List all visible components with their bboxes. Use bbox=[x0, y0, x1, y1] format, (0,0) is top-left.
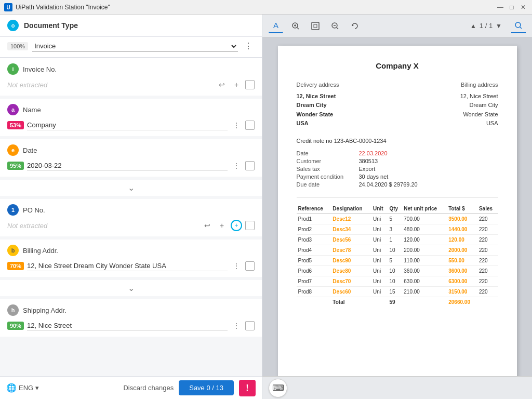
menu-button-name[interactable]: ⋮ bbox=[231, 119, 242, 131]
cell-4-6: 220 bbox=[477, 255, 498, 265]
th-unit: Unit bbox=[371, 204, 388, 214]
cell-3-4: 200.00 bbox=[402, 245, 447, 255]
field-label-po-no: PO No. bbox=[23, 206, 45, 214]
cell-5-4: 360.00 bbox=[402, 265, 447, 276]
checkbox-invoice-no[interactable] bbox=[245, 80, 255, 89]
detail-label-salestax: Sales tax bbox=[297, 166, 359, 172]
field-section-billing-addr: b Billing Addr. 70% ⋮ bbox=[0, 240, 262, 277]
cell-2-6: 220 bbox=[477, 234, 498, 245]
svg-point-11 bbox=[515, 22, 521, 28]
cell-0-5: 3500.00 bbox=[447, 214, 477, 224]
table-row: Prod8Desc60Uni15210.003150.00220 bbox=[297, 286, 498, 297]
undo-button-invoice-no[interactable]: ↩ bbox=[216, 79, 228, 90]
chevron-button-date[interactable]: ⌄ bbox=[128, 183, 135, 193]
cell-5-1: Desc80 bbox=[331, 265, 371, 276]
cell-3-1: Desc78 bbox=[331, 245, 371, 255]
page-next-button[interactable]: ▼ bbox=[496, 22, 502, 30]
chevron-row-date: ⌄ bbox=[0, 180, 262, 196]
cell-1-4: 480.00 bbox=[402, 224, 447, 234]
field-actions-billing-addr: ⋮ bbox=[231, 260, 255, 272]
doc-type-select-row: 100% Invoice ⋮ bbox=[0, 37, 262, 58]
checkbox-po-no[interactable] bbox=[245, 221, 255, 230]
window-title: UiPath Validation Station "Invoice" bbox=[16, 4, 110, 11]
zoom-in-icon bbox=[291, 22, 300, 30]
menu-button-shipping-addr[interactable]: ⋮ bbox=[231, 320, 242, 331]
checkbox-billing-addr[interactable] bbox=[245, 261, 255, 271]
cell-6-1: Desc70 bbox=[331, 276, 371, 286]
cell-5-3: 10 bbox=[388, 265, 402, 276]
doc-viewer[interactable]: Company X Delivery address 12, Nice Stre… bbox=[262, 37, 532, 376]
field-icon-shipping-addr: h bbox=[7, 304, 19, 316]
cell-4-3: 5 bbox=[388, 255, 402, 265]
detail-row-salestax: Sales tax Export bbox=[297, 166, 498, 172]
cell-3-2: Uni bbox=[371, 245, 388, 255]
menu-button-date[interactable]: ⋮ bbox=[231, 160, 242, 171]
save-button[interactable]: Save 0 / 13 bbox=[179, 380, 234, 395]
rotate-button[interactable] bbox=[348, 19, 362, 33]
field-icon-po-no: 1 bbox=[7, 204, 19, 216]
confidence-badge-shipping-addr: 90% bbox=[7, 322, 24, 330]
svg-text:U: U bbox=[6, 5, 10, 10]
keyboard-button[interactable]: ⌨ bbox=[269, 379, 287, 397]
doc-type-header: o Document Type bbox=[0, 15, 262, 37]
discard-button[interactable]: Discard changes bbox=[123, 384, 174, 392]
fit-button[interactable] bbox=[308, 19, 323, 33]
checkbox-date[interactable] bbox=[245, 161, 255, 170]
exclamation-button[interactable]: ! bbox=[239, 380, 256, 396]
field-section-invoice-no: i Invoice No. Not extracted ↩ + bbox=[0, 58, 262, 96]
cell-5-6: 220 bbox=[477, 265, 498, 276]
zoom-out-button[interactable] bbox=[328, 19, 342, 33]
detail-value-customer: 380513 bbox=[359, 158, 378, 164]
page-prev-button[interactable]: ▲ bbox=[470, 22, 476, 30]
field-input-billing-addr[interactable] bbox=[27, 261, 228, 271]
chevron-button-billing-addr[interactable]: ⌄ bbox=[128, 283, 135, 293]
detail-label-duedate: Due date bbox=[297, 181, 359, 188]
search-button[interactable] bbox=[511, 19, 526, 33]
cell-4-2: Uni bbox=[371, 255, 388, 265]
field-actions-date: ⋮ bbox=[231, 160, 255, 171]
field-label-date: Date bbox=[23, 147, 37, 154]
field-input-date[interactable] bbox=[27, 161, 228, 171]
checkbox-shipping-addr[interactable] bbox=[245, 321, 255, 330]
title-bar: U UiPath Validation Station "Invoice" — … bbox=[0, 0, 532, 15]
cell-4-5: 550.00 bbox=[447, 255, 477, 265]
lang-chevron-icon: ▾ bbox=[35, 384, 39, 392]
cell-4-4: 110.00 bbox=[402, 255, 447, 265]
maximize-button[interactable]: □ bbox=[507, 3, 516, 12]
cell-5-0: Prod6 bbox=[297, 265, 331, 276]
cell-7-4: 210.00 bbox=[402, 286, 447, 297]
menu-button-billing-addr[interactable]: ⋮ bbox=[231, 260, 242, 272]
cell-1-3: 3 bbox=[388, 224, 402, 234]
close-button[interactable]: ✕ bbox=[518, 3, 528, 12]
cell-3-5: 2000.00 bbox=[447, 245, 477, 255]
address-row: Delivery address 12, Nice Street Dream C… bbox=[297, 81, 498, 128]
cell-3-0: Prod4 bbox=[297, 245, 331, 255]
doc-type-select[interactable]: Invoice bbox=[32, 41, 238, 52]
field-input-name[interactable] bbox=[27, 120, 228, 130]
field-section-name: a Name 53% ⋮ bbox=[0, 99, 262, 136]
field-input-shipping-addr[interactable] bbox=[27, 321, 228, 331]
th-total: Total $ bbox=[447, 204, 477, 214]
undo-button-po-no[interactable]: ↩ bbox=[202, 220, 213, 231]
minimize-button[interactable]: — bbox=[496, 3, 505, 12]
zoom-in-button[interactable] bbox=[288, 19, 303, 33]
field-icon-invoice-no: i bbox=[7, 63, 19, 75]
add-button-po-no[interactable]: + bbox=[216, 220, 228, 231]
checkbox-name[interactable] bbox=[245, 121, 255, 130]
table-row: Prod6Desc80Uni10360.003600.00220 bbox=[297, 265, 498, 276]
text-tool-button[interactable]: A bbox=[269, 19, 283, 33]
cell-7-6: 220 bbox=[477, 286, 498, 297]
detail-row-payment: Payment condition 30 days net bbox=[297, 174, 498, 180]
fields-scroll[interactable]: i Invoice No. Not extracted ↩ + a Name bbox=[0, 58, 262, 376]
total-amount: 20660.00 bbox=[447, 297, 477, 307]
field-actions-invoice-no: ↩ + bbox=[216, 79, 255, 90]
doc-type-menu-button[interactable]: ⋮ bbox=[242, 40, 255, 52]
delivery-country: USA bbox=[297, 119, 397, 128]
language-selector[interactable]: 🌐 ENG ▾ bbox=[6, 383, 39, 393]
search-icon bbox=[514, 21, 523, 30]
circle-add-button-po-no[interactable]: + bbox=[231, 220, 242, 231]
add-button-invoice-no[interactable]: + bbox=[231, 79, 242, 90]
app-icon: U bbox=[4, 3, 12, 11]
field-actions-shipping-addr: ⋮ bbox=[231, 320, 255, 331]
doc-type-confidence: 100% bbox=[7, 42, 28, 50]
